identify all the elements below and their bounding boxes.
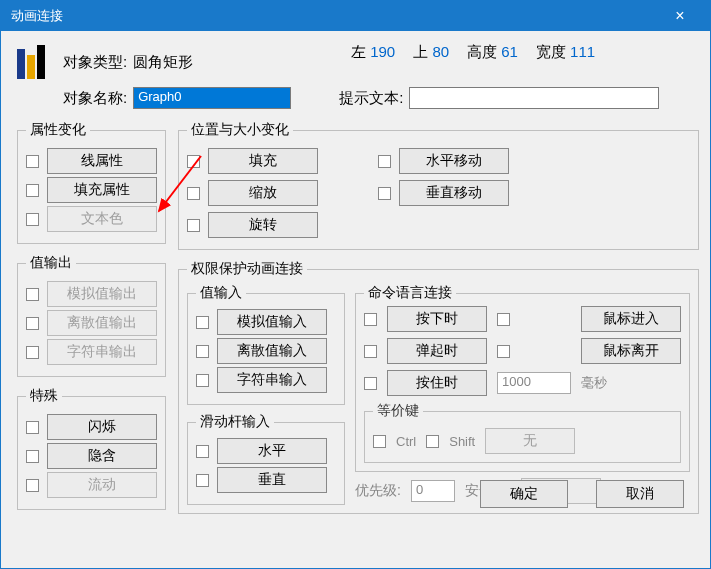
btn-string-out: 字符串输出 bbox=[47, 339, 157, 365]
chk-textcolor[interactable] bbox=[26, 213, 39, 226]
group-eq: 等价键 Ctrl Shift 无 bbox=[364, 402, 681, 463]
hint-label: 提示文本: bbox=[339, 89, 403, 108]
btn-flow: 流动 bbox=[47, 472, 157, 498]
group-protect: 权限保护动画连接 值输入 模拟值输入 离散值输入 字符串输入 滑动杆输入 bbox=[178, 260, 699, 514]
group-pos: 位置与大小变化 填充 缩放 旋转 水平移动 垂直移动 bbox=[178, 121, 699, 250]
chk-din[interactable] bbox=[196, 345, 209, 358]
chk-blink[interactable] bbox=[26, 421, 39, 434]
chk-shift[interactable] bbox=[426, 435, 439, 448]
chk-press[interactable] bbox=[364, 313, 377, 326]
chk-ctrl[interactable] bbox=[373, 435, 386, 448]
chk-flow[interactable] bbox=[26, 479, 39, 492]
chk-fill[interactable] bbox=[26, 184, 39, 197]
chk-menter[interactable] bbox=[497, 313, 510, 326]
chk-dout[interactable] bbox=[26, 317, 39, 330]
chk-hold[interactable] bbox=[364, 377, 377, 390]
chk-mleave[interactable] bbox=[497, 345, 510, 358]
chk-scale[interactable] bbox=[187, 187, 200, 200]
priority-input[interactable]: 0 bbox=[411, 480, 455, 502]
chk-hide[interactable] bbox=[26, 450, 39, 463]
btn-mouse-leave[interactable]: 鼠标离开 bbox=[581, 338, 681, 364]
btn-fill-pos[interactable]: 填充 bbox=[208, 148, 318, 174]
btn-hold[interactable]: 按住时 bbox=[387, 370, 487, 396]
btn-hmove[interactable]: 水平移动 bbox=[399, 148, 509, 174]
chk-aout[interactable] bbox=[26, 288, 39, 301]
btn-eq-none: 无 bbox=[485, 428, 575, 454]
btn-vmove[interactable]: 垂直移动 bbox=[399, 180, 509, 206]
obj-type-label: 对象类型: bbox=[63, 53, 127, 72]
chk-vmove[interactable] bbox=[378, 187, 391, 200]
chk-vert[interactable] bbox=[196, 474, 209, 487]
chk-ain[interactable] bbox=[196, 316, 209, 329]
close-icon[interactable]: × bbox=[660, 7, 700, 25]
chk-horiz[interactable] bbox=[196, 445, 209, 458]
btn-slider-v[interactable]: 垂直 bbox=[217, 467, 327, 493]
chk-hmove[interactable] bbox=[378, 155, 391, 168]
ok-button[interactable]: 确定 bbox=[480, 480, 568, 508]
chk-sin[interactable] bbox=[196, 374, 209, 387]
btn-text-color: 文本色 bbox=[47, 206, 157, 232]
chk-rotate[interactable] bbox=[187, 219, 200, 232]
coords-readout: 左 190 上 80 高度 61 宽度 111 bbox=[351, 43, 595, 62]
btn-blink[interactable]: 闪烁 bbox=[47, 414, 157, 440]
obj-name-label: 对象名称: bbox=[63, 89, 127, 108]
btn-slider-h[interactable]: 水平 bbox=[217, 438, 327, 464]
btn-discrete-in[interactable]: 离散值输入 bbox=[217, 338, 327, 364]
group-valin: 值输入 模拟值输入 离散值输入 字符串输入 bbox=[187, 284, 345, 405]
btn-scale[interactable]: 缩放 bbox=[208, 180, 318, 206]
hint-input[interactable] bbox=[409, 87, 659, 109]
group-attr: 属性变化 线属性 填充属性 文本色 bbox=[17, 121, 166, 244]
btn-hide[interactable]: 隐含 bbox=[47, 443, 157, 469]
chk-fillp[interactable] bbox=[187, 155, 200, 168]
btn-mouse-enter[interactable]: 鼠标进入 bbox=[581, 306, 681, 332]
group-slider: 滑动杆输入 水平 垂直 bbox=[187, 413, 345, 505]
btn-analog-in[interactable]: 模拟值输入 bbox=[217, 309, 327, 335]
window-title: 动画连接 bbox=[11, 7, 63, 25]
btn-fill-attr[interactable]: 填充属性 bbox=[47, 177, 157, 203]
chk-sout[interactable] bbox=[26, 346, 39, 359]
btn-release[interactable]: 弹起时 bbox=[387, 338, 487, 364]
obj-name-input[interactable]: Graph0 bbox=[133, 87, 291, 109]
btn-analog-out: 模拟值输出 bbox=[47, 281, 157, 307]
titlebar: 动画连接 × bbox=[1, 1, 710, 31]
btn-rotate[interactable]: 旋转 bbox=[208, 212, 318, 238]
btn-discrete-out: 离散值输出 bbox=[47, 310, 157, 336]
btn-string-in[interactable]: 字符串输入 bbox=[217, 367, 327, 393]
group-cmd: 命令语言连接 按下时 鼠标进入 弹起时 鼠标离开 按住时 1000毫秒 bbox=[355, 284, 690, 472]
chk-release[interactable] bbox=[364, 345, 377, 358]
chk-line[interactable] bbox=[26, 155, 39, 168]
group-valout: 值输出 模拟值输出 离散值输出 字符串输出 bbox=[17, 254, 166, 377]
btn-press[interactable]: 按下时 bbox=[387, 306, 487, 332]
hold-ms-input[interactable]: 1000 bbox=[497, 372, 571, 394]
ms-unit: 毫秒 bbox=[581, 374, 681, 392]
app-logo-icon bbox=[17, 43, 57, 81]
obj-type-value: 圆角矩形 bbox=[133, 53, 193, 72]
btn-line-attr[interactable]: 线属性 bbox=[47, 148, 157, 174]
cancel-button[interactable]: 取消 bbox=[596, 480, 684, 508]
priority-label: 优先级: bbox=[355, 482, 401, 500]
group-special: 特殊 闪烁 隐含 流动 bbox=[17, 387, 166, 510]
dialog-window: 动画连接 × 左 190 上 80 高度 61 宽度 111 对象类型: 圆角矩… bbox=[0, 0, 711, 569]
